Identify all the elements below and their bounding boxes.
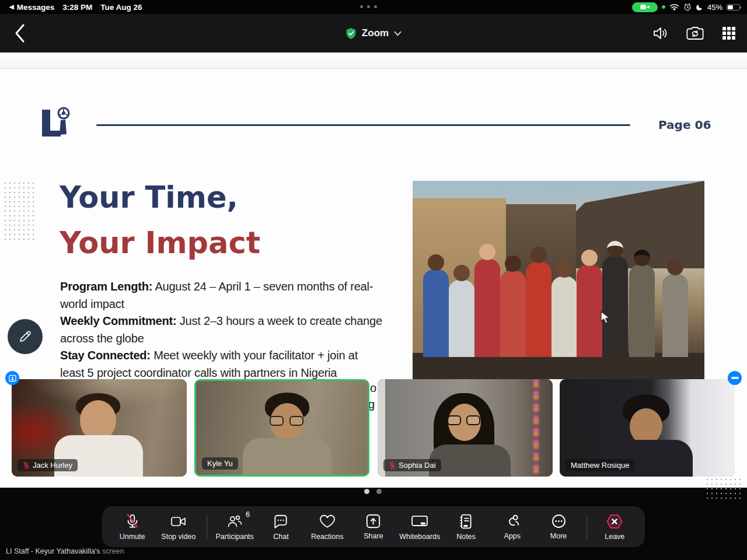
apps-icon xyxy=(504,513,520,529)
notes-icon xyxy=(458,513,473,530)
muted-mic-icon xyxy=(23,461,30,470)
back-app-label: Messages xyxy=(17,3,55,12)
chat-button[interactable]: Chat xyxy=(258,506,304,547)
decorative-dot-grid-left xyxy=(3,181,36,240)
bullet-stay-connected: Stay Connected: Meet weekly with your fa… xyxy=(60,347,385,382)
speaker-audio-icon[interactable] xyxy=(652,26,669,41)
slide-title-line2: Your Impact xyxy=(60,220,260,266)
show-video-panel-button[interactable] xyxy=(5,371,19,385)
participants-icon xyxy=(226,513,243,530)
toolbar-divider xyxy=(587,514,587,539)
participant-name-badge: Sophia Dai xyxy=(383,459,441,471)
video-tile-matthew[interactable]: Matthew Rosique xyxy=(560,379,735,477)
slide-title-line1: Your Time, xyxy=(60,175,260,220)
zoom-top-bar: Zoom xyxy=(0,14,747,52)
security-shield-icon xyxy=(345,27,357,40)
switch-camera-icon[interactable] xyxy=(686,26,704,41)
whiteboards-button[interactable]: Whiteboards xyxy=(397,506,443,547)
mic-muted-icon xyxy=(125,513,140,530)
ipad-status-bar: ◀ Messages 3:28 PM Tue Aug 26 45% xyxy=(0,0,747,14)
li-soccer-logo xyxy=(39,104,71,140)
meeting-title-dropdown[interactable]: Zoom xyxy=(0,14,747,52)
share-up-arrow-icon xyxy=(365,513,381,529)
pencil-icon xyxy=(18,329,33,344)
meeting-control-toolbar: Unmute Stop video 6 Participants Chat Re… xyxy=(102,506,645,547)
status-date: Tue Aug 26 xyxy=(100,3,142,12)
battery-percent: 45% xyxy=(707,3,722,12)
wifi-icon xyxy=(669,4,679,11)
bullet-program-length: Program Length: August 24 – April 1 – se… xyxy=(60,278,385,313)
whiteboard-icon xyxy=(411,513,428,530)
annotate-button[interactable] xyxy=(8,319,43,354)
screen-share-banner: LI Staff - Keyur Yathavakilla's screen xyxy=(6,547,124,555)
page-dot-active xyxy=(364,489,369,494)
unmute-button[interactable]: Unmute xyxy=(109,506,155,547)
participant-name-badge: Matthew Rosique xyxy=(566,459,634,471)
battery-icon xyxy=(727,4,740,10)
participant-name-badge: Kyle Yu xyxy=(202,457,238,470)
back-triangle-icon: ◀ xyxy=(9,4,14,10)
participants-button[interactable]: 6 Participants xyxy=(212,506,258,547)
collapse-video-panel-button[interactable] xyxy=(728,371,742,385)
notes-button[interactable]: Notes xyxy=(443,506,489,547)
bullet-weekly-commitment: Weekly Commitment: Just 2–3 hours a week… xyxy=(60,313,385,347)
slide-header-rule xyxy=(96,124,630,126)
moon-focus-icon xyxy=(696,4,703,11)
app-title: Zoom xyxy=(362,27,389,39)
video-camera-icon xyxy=(170,513,187,530)
apps-button[interactable]: Apps xyxy=(489,506,535,547)
video-tile-jack[interactable]: Jack Hurley xyxy=(12,379,187,477)
back-to-messages-link[interactable]: ◀ Messages xyxy=(9,3,54,12)
more-ellipsis-icon xyxy=(551,513,567,529)
alarm-clock-icon xyxy=(683,3,692,11)
heart-icon xyxy=(319,513,336,530)
slide-body-text: Program Length: August 24 – April 1 – se… xyxy=(60,278,385,382)
chat-bubble-icon xyxy=(273,513,289,530)
page-number-label: Page 06 xyxy=(658,118,711,132)
more-button[interactable]: More xyxy=(535,506,581,547)
leave-button[interactable]: Leave xyxy=(592,506,638,547)
clipped-text-fragment: o xyxy=(370,382,376,395)
chevron-down-icon xyxy=(394,31,402,36)
leave-hexagon-icon xyxy=(606,513,623,530)
gallery-view-grid-icon[interactable] xyxy=(721,26,736,41)
mouse-cursor xyxy=(600,311,612,325)
camera-in-use-pill-icon[interactable] xyxy=(632,2,658,12)
stop-video-button[interactable]: Stop video xyxy=(155,506,201,547)
reactions-button[interactable]: Reactions xyxy=(304,506,350,547)
minus-icon xyxy=(731,377,739,379)
multitasking-dots-icon[interactable] xyxy=(360,5,377,8)
shared-screen-top-strip xyxy=(0,52,747,69)
slide-title: Your Time, Your Impact xyxy=(60,175,260,266)
person-in-frame-icon xyxy=(8,374,17,383)
camera-indicator-dot-icon xyxy=(662,5,665,9)
share-button[interactable]: Share xyxy=(350,506,396,547)
video-tile-sophia[interactable]: Sophia Dai xyxy=(378,379,553,477)
participants-count-badge: 6 xyxy=(246,510,250,519)
toolbar-divider xyxy=(207,514,207,539)
page-dot xyxy=(376,489,382,494)
muted-mic-icon xyxy=(389,461,396,470)
participant-name-badge: Jack Hurley xyxy=(18,459,78,471)
tile-page-indicator[interactable] xyxy=(364,489,382,494)
status-time: 3:28 PM xyxy=(62,3,92,12)
group-photo xyxy=(413,181,704,379)
decorative-dot-grid-bottom-right xyxy=(705,477,742,502)
video-tile-kyle-active-speaker[interactable]: Kyle Yu xyxy=(194,379,369,477)
